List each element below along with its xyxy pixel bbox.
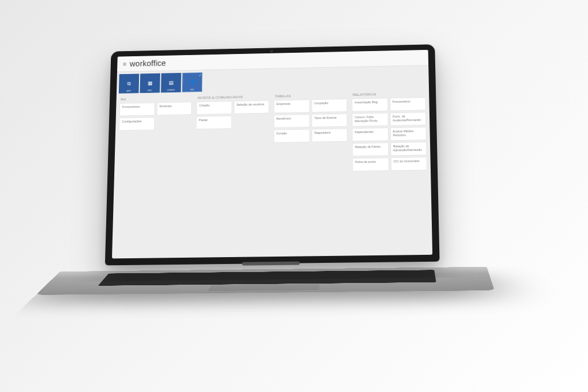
screen-bezel: ≡ workoffice ⧉ APP ▦ FRC ▤ — [105, 44, 440, 265]
column-relatorios: RELATÓRIOS Autorização Reg. Funcionários… — [351, 91, 429, 253]
card-funcao[interactable]: Função — [273, 129, 310, 143]
logo-part1: work — [130, 59, 147, 68]
nav-tile-frc[interactable]: ▦ FRC — [140, 73, 160, 93]
card-funcionarios[interactable]: Funcionários — [119, 103, 155, 117]
nav-label: APP — [126, 90, 131, 92]
card-comun-falta[interactable]: Comun. Falta Marcação Ponto — [352, 112, 388, 126]
card-exame-medico[interactable]: Exame Médico Periódico — [390, 127, 427, 141]
list-icon: ▤ — [168, 80, 173, 86]
content-area: RH Funcionários Sindicato Configurações … — [112, 87, 432, 258]
nav-label: FRC — [148, 89, 152, 92]
keyboard — [98, 270, 436, 286]
app-logo: workoffice — [130, 59, 167, 68]
card-criacao[interactable]: Criação — [196, 101, 232, 115]
column-rh: RH Funcionários Sindicato Configurações — [115, 95, 192, 255]
cards-grid: Autorização Reg. Funcionários Comun. Fal… — [351, 97, 427, 171]
grid-icon: ▦ — [148, 80, 153, 86]
card-sindicato[interactable]: Sindicato — [156, 102, 192, 115]
copy-icon: ⧉ — [127, 80, 131, 86]
column-avisos: AVISOS & COMUNICADOS Criação Seleção de … — [194, 94, 269, 254]
nav-label: RH — [191, 88, 194, 91]
nav-tile-users[interactable]: ▤ USERS — [161, 73, 181, 92]
laptop-mockup: ≡ workoffice ⧉ APP ▦ FRC ▤ — [102, 43, 490, 363]
logo-part2: office — [146, 59, 166, 68]
nav-tile-rh[interactable]: ✓ 👤 RH — [182, 72, 202, 92]
card-selecao-usuarios[interactable]: Seleção de usuários — [234, 100, 269, 114]
screen: ≡ workoffice ⧉ APP ▦ FRC ▤ — [112, 50, 432, 259]
laptop-base — [36, 267, 494, 295]
cards-grid: Funcionários Sindicato Configurações — [119, 102, 192, 131]
hinge — [242, 262, 300, 266]
column-tabelas: TABELAS Empresas Ocupação Benefícios Tip… — [273, 92, 349, 254]
card-funcionarios-rel[interactable]: Funcionários — [389, 97, 426, 111]
card-relacao-ferias[interactable]: Relação de Férias — [352, 142, 389, 156]
card-empresas[interactable]: Empresas — [274, 99, 310, 113]
cards-grid: Criação Seleção de usuários Painel — [196, 100, 269, 130]
card-cc-funcionario[interactable]: C/C do funcionário — [390, 157, 427, 170]
card-form-ausencia[interactable]: Form. de Ausência/Permanên — [390, 112, 427, 126]
card-ocupacao[interactable]: Ocupação — [311, 99, 347, 112]
camera-dot — [270, 50, 273, 53]
card-seguradora[interactable]: Seguradora — [311, 129, 347, 142]
nav-label: USERS — [167, 88, 175, 91]
hamburger-icon[interactable]: ≡ — [123, 61, 126, 67]
card-dependentes[interactable]: Dependentes — [352, 127, 388, 141]
cards-grid: Empresas Ocupação Benefícios Tipos de Ex… — [273, 99, 347, 143]
card-painel[interactable]: Painel — [196, 115, 231, 129]
person-icon: 👤 — [189, 80, 195, 86]
card-autorizacao-reg[interactable]: Autorização Reg. — [351, 98, 388, 112]
nav-tile-app[interactable]: ⧉ APP — [119, 74, 140, 94]
card-configuracoes[interactable]: Configurações — [119, 117, 154, 131]
app-root: ≡ workoffice ⧉ APP ▦ FRC ▤ — [112, 50, 432, 259]
check-icon: ✓ — [199, 73, 201, 77]
card-beneficios[interactable]: Benefícios — [274, 114, 310, 128]
card-ficha-ponto[interactable]: Ficha de ponto — [352, 157, 389, 171]
card-tipos-exame[interactable]: Tipos de Exame — [311, 114, 347, 127]
card-relacao-admissao[interactable]: Relação de Admissão/Demissão — [390, 142, 427, 156]
trackpad — [208, 284, 320, 291]
